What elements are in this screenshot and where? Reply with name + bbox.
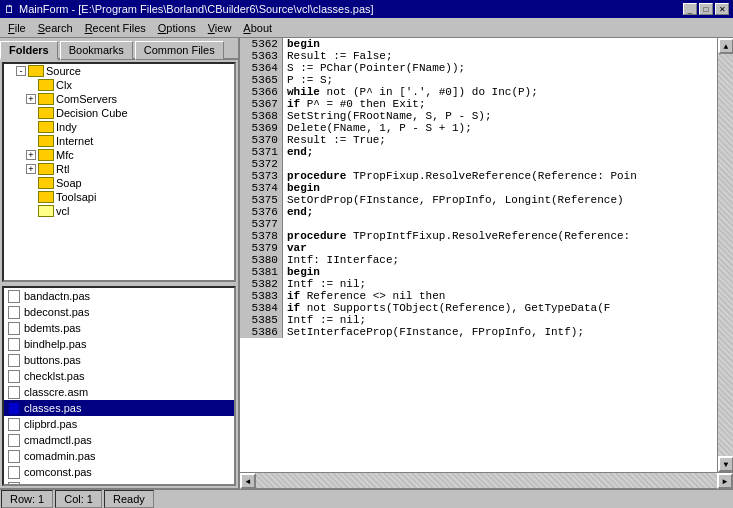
tab-common-files[interactable]: Common Files <box>135 41 224 60</box>
tree-label: ComServers <box>56 93 117 105</box>
code-line: 5368 SetString(FRootName, S, P - S); <box>240 110 717 122</box>
file-item-selected[interactable]: classes.pas <box>4 400 234 416</box>
tree-item-internet[interactable]: Internet <box>4 134 234 148</box>
file-item[interactable]: comctrls.pas <box>4 480 234 486</box>
window-title: MainForm - [E:\Program Files\Borland\CBu… <box>19 3 374 15</box>
file-item[interactable]: bandactn.pas <box>4 288 234 304</box>
file-item[interactable]: comconst.pas <box>4 464 234 480</box>
code-line: 5377 <box>240 218 717 230</box>
tree-label: Soap <box>56 177 82 189</box>
tree-panel[interactable]: - Source Clx + ComServers Decision Cu <box>2 62 236 282</box>
file-list-panel[interactable]: bandactn.pas bdeconst.pas bdemts.pas bin… <box>2 286 236 486</box>
maximize-button[interactable]: □ <box>699 3 713 15</box>
left-panel: Folders Bookmarks Common Files - Source … <box>0 38 240 488</box>
tree-item-indy[interactable]: Indy <box>4 120 234 134</box>
status-row-label: Row: 1 <box>10 493 44 505</box>
scroll-down-button[interactable]: ▼ <box>718 456 733 472</box>
tree-item-clx[interactable]: Clx <box>4 78 234 92</box>
code-line: 5365 P := S; <box>240 74 717 86</box>
tree-item-source[interactable]: - Source <box>4 64 234 78</box>
file-label: cmadmctl.pas <box>24 434 92 446</box>
scroll-right-button[interactable]: ► <box>717 473 733 489</box>
file-icon <box>6 353 22 367</box>
tree-label: Decision Cube <box>56 107 128 119</box>
h-scroll-track[interactable] <box>256 473 717 488</box>
code-line: 5370 Result := True; <box>240 134 717 146</box>
file-label: clipbrd.pas <box>24 418 77 430</box>
tab-bookmarks[interactable]: Bookmarks <box>60 41 133 60</box>
tree-item-soap[interactable]: Soap <box>4 176 234 190</box>
code-wrapper: 5362begin5363 Result := False;5364 S := … <box>240 38 733 472</box>
file-label: comconst.pas <box>24 466 92 478</box>
tree-item-vcl[interactable]: vcl <box>4 204 234 218</box>
tree-label: Clx <box>56 79 72 91</box>
file-item[interactable]: cmadmctl.pas <box>4 432 234 448</box>
file-label: comadmin.pas <box>24 450 96 462</box>
right-panel: 5362begin5363 Result := False;5364 S := … <box>240 38 733 488</box>
status-state: Ready <box>104 490 154 508</box>
tree-label: Rtl <box>56 163 69 175</box>
file-item[interactable]: buttons.pas <box>4 352 234 368</box>
tree-expand-source[interactable]: - <box>16 66 26 76</box>
file-label: classcre.asm <box>24 386 88 398</box>
scroll-left-button[interactable]: ◄ <box>240 473 256 489</box>
folder-icon <box>28 65 44 77</box>
tree-item-rtl[interactable]: + Rtl <box>4 162 234 176</box>
file-item[interactable]: bdeconst.pas <box>4 304 234 320</box>
minimize-button[interactable]: _ <box>683 3 697 15</box>
code-scroll-area[interactable]: 5362begin5363 Result := False;5364 S := … <box>240 38 717 472</box>
title-bar: 🗒 MainForm - [E:\Program Files\Borland\C… <box>0 0 733 18</box>
tree-label: Source <box>46 65 81 77</box>
tree-item-mfc[interactable]: + Mfc <box>4 148 234 162</box>
menu-file[interactable]: File <box>2 21 32 35</box>
tree-expand-mfc[interactable]: + <box>26 150 36 160</box>
code-line: 5379var <box>240 242 717 254</box>
menu-bar: File Search Recent Files Options View Ab… <box>0 18 733 38</box>
code-line: 5373procedure TPropFixup.ResolveReferenc… <box>240 170 717 182</box>
tree-item-comservers[interactable]: + ComServers <box>4 92 234 106</box>
code-line: 5383 if Reference <> nil then <box>240 290 717 302</box>
file-item[interactable]: clipbrd.pas <box>4 416 234 432</box>
code-line: 5381begin <box>240 266 717 278</box>
file-label: bindhelp.pas <box>24 338 86 350</box>
menu-search[interactable]: Search <box>32 21 79 35</box>
file-icon <box>6 417 22 431</box>
tree-label: vcl <box>56 205 69 217</box>
file-icon <box>6 433 22 447</box>
menu-recent-files[interactable]: Recent Files <box>79 21 152 35</box>
folder-icon <box>38 163 54 175</box>
tree-item-toolsapi[interactable]: Toolsapi <box>4 190 234 204</box>
file-item[interactable]: classcre.asm <box>4 384 234 400</box>
code-line: 5380 Intf: IInterface; <box>240 254 717 266</box>
code-line: 5367 if P^ = #0 then Exit; <box>240 98 717 110</box>
file-label: buttons.pas <box>24 354 81 366</box>
tree-item-decisioncube[interactable]: Decision Cube <box>4 106 234 120</box>
file-item[interactable]: bindhelp.pas <box>4 336 234 352</box>
tree-expand-comservers[interactable]: + <box>26 94 36 104</box>
horizontal-scrollbar[interactable]: ◄ ► <box>240 472 733 488</box>
tree-label: Indy <box>56 121 77 133</box>
window-icon: 🗒 <box>4 3 15 15</box>
scroll-track[interactable] <box>718 54 733 456</box>
tree-label: Toolsapi <box>56 191 96 203</box>
title-bar-buttons: _ □ ✕ <box>683 3 729 15</box>
file-icon <box>6 401 22 415</box>
file-item[interactable]: bdemts.pas <box>4 320 234 336</box>
file-label: bdemts.pas <box>24 322 81 334</box>
menu-about[interactable]: About <box>237 21 278 35</box>
code-line: 5366 while not (P^ in ['.', #0]) do Inc(… <box>240 86 717 98</box>
tab-folders[interactable]: Folders <box>0 41 58 60</box>
menu-options[interactable]: Options <box>152 21 202 35</box>
menu-view[interactable]: View <box>202 21 238 35</box>
scroll-up-button[interactable]: ▲ <box>718 38 733 54</box>
status-bar: Row: 1 Col: 1 Ready <box>0 488 733 508</box>
tree-expand-rtl[interactable]: + <box>26 164 36 174</box>
file-icon <box>6 449 22 463</box>
code-line: 5363 Result := False; <box>240 50 717 62</box>
vertical-scrollbar[interactable]: ▲ ▼ <box>717 38 733 472</box>
file-item[interactable]: comadmin.pas <box>4 448 234 464</box>
file-item[interactable]: checklst.pas <box>4 368 234 384</box>
close-button[interactable]: ✕ <box>715 3 729 15</box>
file-icon <box>6 465 22 479</box>
folder-icon <box>38 79 54 91</box>
